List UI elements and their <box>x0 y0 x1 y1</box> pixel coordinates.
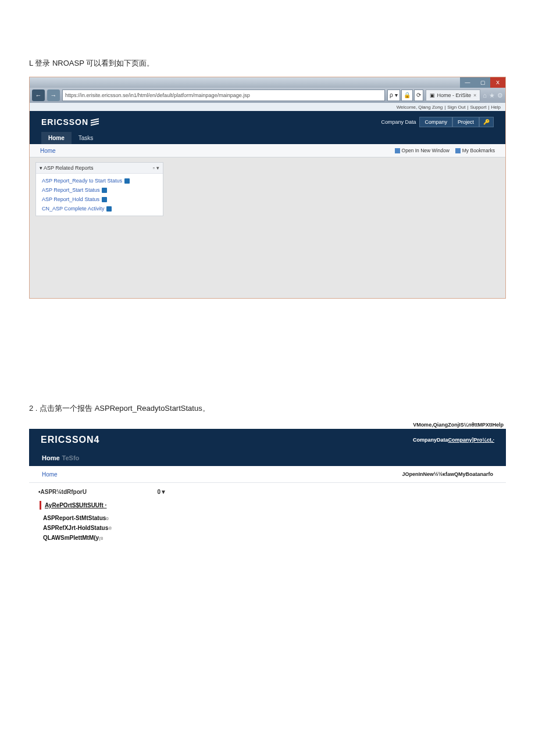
panel-header-2: •ASPR¼tdRfporU 0▼ <box>38 486 166 497</box>
support-link[interactable]: Support <box>470 105 486 110</box>
panel-menu-2[interactable]: 0▼ <box>158 489 166 495</box>
spacer <box>29 299 506 403</box>
ie-titlebar: — ▢ X <box>30 77 505 88</box>
main-tabs-2: HomeTeSfo <box>41 451 494 466</box>
ie-tools-icon[interactable]: ⚙ <box>497 92 503 99</box>
report-suffix: 0 <box>106 516 108 521</box>
bookmark-icon <box>455 148 461 153</box>
report-icon <box>124 178 130 184</box>
document-page: L 登录 NROASP 可以看到如下页面。 — ▢ X ← → https://… <box>0 0 535 756</box>
welcome-strip: Welcome, Qiang Zong| Sign Out| Support| … <box>30 103 505 111</box>
panel-action-icon[interactable]: ▫ <box>153 165 155 171</box>
report-icon <box>102 197 107 202</box>
report-label-2: QLAWSmPIettMtM(y <box>43 535 99 541</box>
ericsson-banner-2: ERICSSON4 CompanyDataCompany]Pro¼ct,· Ho… <box>29 429 506 466</box>
my-bookmarks-link[interactable]: My Bookmarks <box>455 148 495 153</box>
addressbar-icon-group: ρ ▾ 🔒 ⟳ <box>387 89 423 101</box>
ie-address-bar: ← → https://in.erisite.ericsson.se/in1/h… <box>30 88 505 103</box>
right-links-2[interactable]: JOpenInNew½½κfawQMyBoatanarfo <box>402 471 493 477</box>
ericsson-banner: ERICSSON Company Data Company Project 🔑 … <box>30 111 505 144</box>
panel-area: ▾ ASP Related Reports ▫ ▾ ASP Report_Rea… <box>30 157 505 221</box>
tab-favicon-icon: ▣ <box>430 90 435 101</box>
ericsson-logo: ERICSSON <box>41 117 99 127</box>
screenshot-1: — ▢ X ← → https://in.erisite.ericsson.se… <box>29 77 506 299</box>
panel-menu-icon[interactable]: ▾ <box>156 165 159 171</box>
tab-home[interactable]: Home <box>41 132 72 144</box>
welcome-user: Welcome, Qiang Zong <box>397 105 443 110</box>
company-data-label: Company Data <box>377 117 419 127</box>
logo-text: ERICSSON <box>41 117 88 127</box>
breadcrumb-2[interactable]: Home <box>42 471 58 478</box>
tab-home-2[interactable]: Home <box>41 451 61 466</box>
breadcrumb-row-2: Home JOpenInNew½½κfawQMyBoatanarfo <box>29 466 506 483</box>
report-suffix: (8 <box>99 536 103 541</box>
panel-title: ASP Related Reports <box>44 165 93 171</box>
selected-marker: · <box>105 502 107 508</box>
report-label-2: ASPRefXJrt-HoIdStatus <box>43 525 108 531</box>
window-maximize-button[interactable]: ▢ <box>475 77 490 88</box>
breadcrumb[interactable]: Home <box>40 148 56 154</box>
refresh-icon[interactable]: ⟳ <box>414 89 423 101</box>
ie-corner-icons: ⌂ ★ ⚙ <box>483 92 503 99</box>
panel-title-2: •ASPR¼tdRfporU <box>38 489 87 495</box>
welcome-strip-2: VMome,QiangZonjIS¼nθttMPXtIHelp <box>29 422 506 428</box>
ericsson-logo-2: ERICSSON4 <box>41 435 99 445</box>
nav-back-button[interactable]: ← <box>32 89 45 101</box>
company-button-group: Company Data Company Project 🔑 <box>377 117 494 127</box>
tab-tasks[interactable]: Tasks <box>72 132 101 144</box>
step2-caption: 2 . 点击第一个报告 ASPReport_ReadytoStartStatus… <box>29 403 506 414</box>
search-dropdown-icon[interactable]: ρ ▾ <box>387 89 400 101</box>
ie-home-icon[interactable]: ⌂ <box>483 92 487 99</box>
panel-header: ▾ ASP Related Reports ▫ ▾ <box>36 163 163 174</box>
tab-tasks-2[interactable]: TeSfo <box>61 451 81 466</box>
sign-out-link[interactable]: Sign Out <box>447 105 465 110</box>
nav-forward-button[interactable]: → <box>47 89 60 101</box>
report-label: ASP Report_Hold Status <box>42 196 99 202</box>
step1-caption: L 登录 NROASP 可以看到如下页面。 <box>29 58 506 69</box>
reports-list-2: ASPReport-StMtStatus0 ASPRefXJrt-HoIdSta… <box>38 513 497 543</box>
window-buttons: — ▢ X <box>460 77 505 88</box>
tab-title: Home - EriSite <box>437 90 472 101</box>
company-button[interactable]: Company <box>419 117 452 127</box>
report-item[interactable]: CN_ASP Complete Activity <box>36 204 163 213</box>
open-window-icon <box>395 148 400 153</box>
window-close-button[interactable]: X <box>490 77 505 88</box>
report-label: ASP Report_Ready to Start Status <box>42 178 122 184</box>
report-icon <box>106 206 112 212</box>
window-minimize-button[interactable]: — <box>460 77 475 88</box>
open-new-window-label: Open In New Window <box>402 148 450 153</box>
report-item-2[interactable]: QLAWSmPIettMtM(y(8 <box>38 533 497 543</box>
report-label: ASP Report_Start Status <box>42 187 99 193</box>
my-bookmarks-label: My Bookmarks <box>462 148 495 153</box>
report-suffix: ® <box>108 526 112 531</box>
report-icon <box>102 188 107 193</box>
report-item-2[interactable]: ASPReport-StMtStatus0 <box>38 513 497 523</box>
main-tabs: Home Tasks <box>41 132 494 144</box>
ericsson-stripes-icon <box>91 119 99 126</box>
panel-area-2: •ASPR¼tdRfporU 0▼ AyRePOrtS$UftSUUft · A… <box>29 483 506 566</box>
tab-close-icon[interactable]: × <box>473 90 476 101</box>
report-item[interactable]: ASP Report_Ready to Start Status <box>36 176 163 185</box>
browser-tab[interactable]: ▣ Home - EriSite × <box>426 89 481 101</box>
project-button[interactable]: Project <box>452 117 479 127</box>
help-link[interactable]: Help <box>491 105 501 110</box>
report-label: CN_ASP Complete Activity <box>42 206 104 212</box>
report-item[interactable]: ASP Report_Start Status <box>36 185 163 195</box>
selected-report-label: AyRePOrtS$UftSUUft <box>45 502 104 508</box>
screenshot-2: VMome,QiangZonjIS¼nθttMPXtIHelp ERICSSON… <box>29 422 506 566</box>
report-label-2: ASPReport-StMtStatus <box>43 515 106 521</box>
key-button[interactable]: 🔑 <box>479 117 494 127</box>
url-field[interactable]: https://in.erisite.ericsson.se/in1/html/… <box>62 89 385 101</box>
ie-favorites-icon[interactable]: ★ <box>489 92 495 99</box>
asp-reports-panel: ▾ ASP Related Reports ▫ ▾ ASP Report_Rea… <box>35 162 163 216</box>
reports-list: ASP Report_Ready to Start Status ASP Rep… <box>36 174 163 216</box>
report-item-2[interactable]: ASPRefXJrt-HoIdStatus® <box>38 523 497 533</box>
welcome-text-2: VMome,QiangZonjIS¼nθttMPXtIHelp <box>413 422 504 428</box>
selected-report-item[interactable]: AyRePOrtS$UftSUUft · <box>40 501 497 510</box>
breadcrumb-row: Home Open In New Window My Bookmarks <box>30 144 505 157</box>
open-new-window-link[interactable]: Open In New Window <box>395 148 450 153</box>
lock-icon: 🔒 <box>401 89 413 101</box>
company-line-2: CompanyDataCompany]Pro¼ct,· <box>413 437 494 443</box>
report-item[interactable]: ASP Report_Hold Status <box>36 195 163 204</box>
